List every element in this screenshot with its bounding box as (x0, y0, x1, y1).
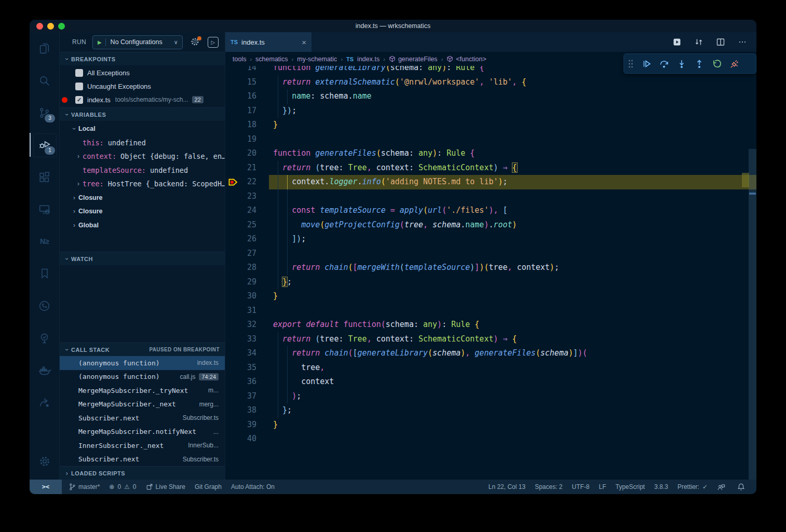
code-line-36[interactable]: 36 context (225, 375, 756, 389)
line-number[interactable]: 35 (225, 361, 256, 375)
code-line-28[interactable]: 28 return chain([mergeWith(templateSourc… (225, 261, 756, 275)
chevron-right-icon[interactable]: › (74, 180, 83, 187)
variable-row[interactable]: ›Global (60, 219, 225, 233)
compare-changes-icon[interactable] (694, 37, 703, 47)
code-line-18[interactable]: 18} (225, 118, 756, 132)
code-line-37[interactable]: 37 ); (225, 389, 756, 404)
sidebar-item-explorer[interactable] (30, 32, 59, 64)
code-line-26[interactable]: 26 ]); (225, 232, 756, 247)
breadcrumb-item[interactable]: <function> (456, 56, 486, 63)
sidebar-item-remote-explorer[interactable] (30, 193, 59, 225)
problems-indicator[interactable]: ⊗ 0 ⚠ 0 (109, 483, 136, 490)
code-text[interactable]: function generateFiles(schema: any): Rul… (256, 146, 475, 161)
code-text[interactable] (256, 189, 273, 204)
notifications-button[interactable] (737, 483, 748, 491)
code-area[interactable]: 14function generateLibrary(schema: any):… (225, 66, 756, 480)
code-text[interactable]: return externalSchematic('@nrwl/workspac… (256, 75, 526, 90)
feedback-button[interactable] (717, 483, 728, 491)
code-text[interactable]: return chain([mergeWith(templateSource)]… (256, 261, 559, 275)
code-text[interactable]: name: schema.name (256, 89, 372, 104)
split-editor-icon[interactable] (716, 37, 725, 47)
code-text[interactable] (256, 247, 273, 261)
checkbox-unchecked[interactable] (75, 83, 83, 90)
code-line-24[interactable]: 24 const templateSource = apply(url('./f… (225, 203, 756, 218)
code-text[interactable]: function generateLibrary(schema: any): R… (256, 66, 484, 75)
restart-button[interactable] (708, 54, 726, 73)
line-number[interactable]: 38 (225, 403, 256, 418)
watch-section-header[interactable]: › WATCH (60, 252, 225, 265)
line-number[interactable]: 31 (225, 304, 256, 318)
code-text[interactable]: }; (256, 403, 292, 418)
eol-setting[interactable]: LF (599, 483, 606, 490)
code-line-20[interactable]: 20function generateFiles(schema: any): R… (225, 146, 756, 161)
line-number[interactable]: 28 (225, 261, 256, 275)
code-line-27[interactable]: 27 (225, 247, 756, 261)
breakpoints-section-header[interactable]: › BREAKPOINTS (60, 52, 225, 65)
chevron-right-icon[interactable]: › (74, 153, 83, 160)
line-number[interactable]: 37 (225, 389, 256, 404)
chevron-right-icon[interactable]: › (70, 208, 78, 215)
variable-row[interactable]: ›tree:HostTree {_backend: ScopedH… (60, 177, 225, 191)
line-number[interactable]: 34 (225, 346, 256, 361)
code-line-33[interactable]: 33 return (tree: Tree, context: Schemati… (225, 332, 756, 347)
code-text[interactable]: context (256, 375, 334, 389)
sidebar-item-run-debug[interactable]: 1 (30, 129, 59, 161)
sidebar-item-search[interactable] (30, 64, 59, 97)
code-line-38[interactable]: 38 }; (225, 403, 756, 418)
code-text[interactable]: ); (256, 389, 301, 404)
breadcrumb-item[interactable]: generateFiles (398, 56, 438, 63)
tab-index-ts[interactable]: TS index.ts × (225, 32, 311, 52)
line-number[interactable]: 20 (225, 146, 256, 161)
toolbar-drag-handle[interactable] (624, 59, 638, 69)
code-line-39[interactable]: 39} (225, 418, 756, 432)
variable-row[interactable]: this:undefined (60, 136, 225, 150)
configure-launch-button[interactable] (190, 37, 200, 47)
chevron-down-icon[interactable]: › (71, 125, 78, 133)
code-line-30[interactable]: 30} (225, 289, 756, 304)
code-text[interactable]: ]); (256, 232, 306, 247)
close-tab-icon[interactable]: × (302, 38, 306, 47)
step-out-button[interactable] (690, 54, 708, 73)
variable-row[interactable]: ›Closure (60, 191, 225, 205)
line-number[interactable]: 33 (225, 332, 256, 347)
line-number[interactable]: 15 (225, 75, 256, 90)
line-number[interactable]: 17 (225, 104, 256, 118)
disconnect-button[interactable] (726, 54, 743, 73)
call-stack-frame[interactable]: Subscriber.nextSubscriber.ts (60, 453, 225, 467)
code-text[interactable] (256, 304, 273, 318)
sidebar-item-settings[interactable] (30, 443, 59, 480)
sidebar-item-nx-console[interactable]: N≥ (30, 225, 59, 257)
code-line-22[interactable]: 22 context.logger.info('adding NOTES.md … (225, 175, 756, 189)
checkbox-checked[interactable]: ✓ (75, 96, 83, 104)
line-number[interactable]: 30 (225, 289, 256, 304)
breadcrumb-item[interactable]: index.ts (357, 56, 380, 63)
code-text[interactable]: } (256, 118, 278, 132)
breadcrumb-item[interactable]: schematics (255, 56, 288, 63)
line-number[interactable]: 23 (225, 189, 256, 204)
sidebar-item-source-control[interactable]: 3 (30, 97, 59, 129)
breadcrumb-item[interactable]: my-schematic (297, 56, 337, 63)
code-text[interactable] (256, 132, 273, 147)
code-text[interactable]: context.logger.info('adding NOTES.md to … (256, 175, 508, 189)
line-number[interactable]: 18 (225, 118, 256, 132)
sidebar-item-testing[interactable] (30, 322, 59, 354)
code-line-32[interactable]: 32export default function(schema: any): … (225, 318, 756, 332)
line-number[interactable]: 39 (225, 418, 256, 432)
variable-row[interactable]: ›context:Object {debug: false, en… (60, 149, 225, 163)
code-line-35[interactable]: 35 tree, (225, 361, 756, 375)
code-text[interactable]: } (256, 418, 278, 432)
sidebar-item-extensions[interactable] (30, 161, 59, 193)
call-stack-frame[interactable]: (anonymous function)call.js74:24 (60, 370, 225, 384)
checkbox-unchecked[interactable] (75, 69, 83, 77)
code-line-19[interactable]: 19 (225, 132, 756, 147)
typescript-version[interactable]: 3.8.3 (654, 483, 668, 490)
code-text[interactable] (256, 432, 273, 446)
breakpoint-index-ts[interactable]: ✓ index.ts tools/schematics/my-sch... 22 (60, 93, 225, 106)
code-text[interactable]: return (tree: Tree, context: SchematicCo… (256, 332, 517, 347)
open-changes-icon[interactable] (672, 37, 682, 47)
indentation-setting[interactable]: Spaces: 2 (535, 483, 562, 490)
code-line-34[interactable]: 34 return chain([generateLibrary(schema)… (225, 346, 756, 361)
call-stack-frame[interactable]: MergeMapSubscriber._tryNextm... (60, 384, 225, 398)
code-text[interactable]: }; (256, 275, 292, 290)
sidebar-item-live-share[interactable] (30, 386, 59, 418)
